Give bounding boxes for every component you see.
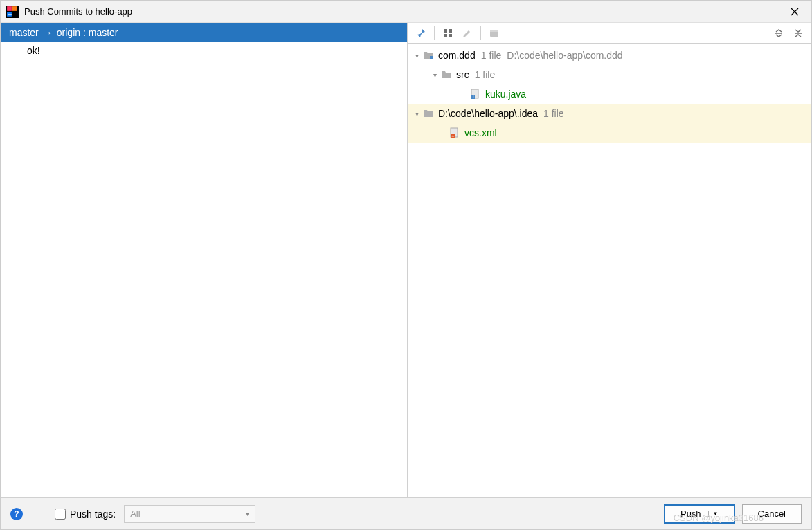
svg-rect-12 [490,30,498,32]
svg-text:<>: <> [451,134,455,138]
svg-rect-7 [444,29,447,33]
window-title: Push Commits to hello-app [24,6,132,17]
group-button[interactable] [439,24,457,42]
tree-file[interactable]: <> vcs.xml [408,123,811,143]
collapse-icon [793,28,803,38]
arrow-icon: → [43,27,53,38]
main-content: master → origin : master ok! [1,23,811,497]
svg-rect-1 [7,6,12,11]
file-count: 1 file [475,69,496,80]
collapse-button[interactable] [789,24,807,42]
pin-icon [415,28,426,39]
svg-rect-2 [12,6,17,11]
cancel-button[interactable]: Cancel [742,504,802,524]
close-button[interactable] [784,1,806,23]
files-toolbar [408,23,811,44]
close-icon [791,8,799,16]
tree-folder-idea[interactable]: ▾ D:\code\hello-app\.idea 1 file [408,104,811,123]
group-icon [443,28,453,38]
chevron-down-icon[interactable]: ▾ [410,52,423,60]
edit-button[interactable] [458,24,476,42]
file-label: vcs.xml [464,127,497,138]
expand-icon [774,28,784,38]
commit-list[interactable]: ok! [1,42,407,497]
push-tags-label: Push tags: [70,509,116,520]
chevron-down-icon[interactable]: ▾ [410,110,423,118]
tags-mode-combo[interactable]: All ▾ [124,505,255,523]
tree-folder-root[interactable]: ▾ com.ddd 1 file D:\code\hello-app\com.d… [408,46,811,65]
expand-button[interactable] [770,24,788,42]
bottom-bar: ? Push tags: All ▾ Push ▼ Cancel [1,497,811,529]
pin-button[interactable] [412,24,430,42]
svg-rect-8 [449,29,452,33]
folder-icon [423,108,434,119]
tree-file[interactable]: J kuku.java [408,84,811,104]
folder-label: D:\code\hello-app\.idea [438,108,538,119]
files-panel: ▾ com.ddd 1 file D:\code\hello-app\com.d… [408,23,811,497]
xml-file-icon: <> [449,127,460,138]
chevron-down-icon[interactable]: ▾ [428,71,441,79]
push-tags-input[interactable] [55,509,66,520]
package-icon [423,50,434,61]
local-branch: master [9,27,39,38]
folder-label: com.ddd [438,50,476,61]
file-count: 1 file [481,50,502,61]
commits-panel: master → origin : master ok! [1,23,408,497]
svg-rect-4 [8,14,12,15]
branch-header[interactable]: master → origin : master [1,23,407,42]
remote-link[interactable]: origin [57,27,80,38]
file-tree[interactable]: ▾ com.ddd 1 file D:\code\hello-app\com.d… [408,44,811,497]
combo-value: All [130,509,140,519]
file-count: 1 file [543,108,564,119]
help-button[interactable]: ? [10,508,23,520]
svg-rect-15 [430,56,433,59]
remote-branch-link[interactable]: master [89,27,118,38]
folder-path: D:\code\hello-app\com.ddd [507,50,622,61]
java-file-icon: J [470,89,481,100]
preview-icon [489,28,499,38]
preview-button[interactable] [485,24,503,42]
push-tags-checkbox[interactable]: Push tags: [55,509,116,520]
commit-item[interactable]: ok! [1,42,407,59]
push-button[interactable]: Push ▼ [664,504,735,524]
file-label: kuku.java [485,89,526,100]
svg-rect-9 [444,34,447,37]
intellij-icon [6,6,19,18]
folder-icon [441,69,452,80]
push-dropdown-icon[interactable]: ▼ [708,511,719,517]
title-bar: Push Commits to hello-app [1,1,811,23]
tree-folder-src[interactable]: ▾ src 1 file [408,65,811,84]
pencil-icon [462,28,472,38]
chevron-down-icon: ▾ [246,510,249,518]
folder-label: src [456,69,469,80]
svg-rect-10 [449,34,452,37]
